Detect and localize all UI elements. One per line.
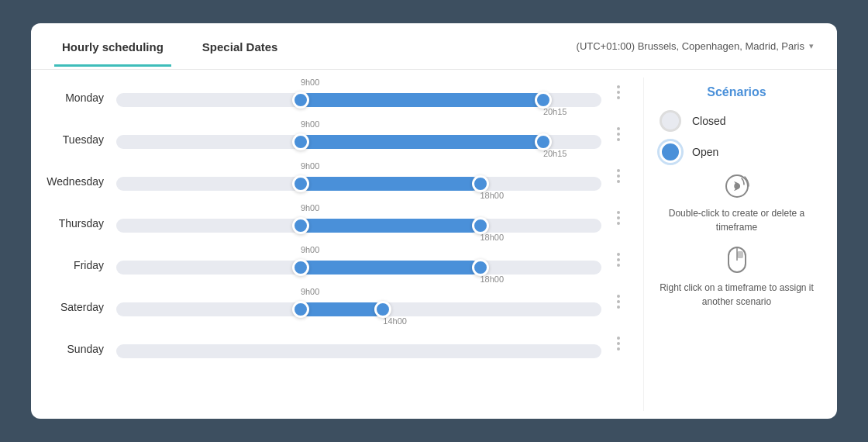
day-label: Wednesday bbox=[46, 175, 116, 188]
dot bbox=[617, 222, 620, 225]
svg-rect-4 bbox=[737, 251, 743, 258]
dots-menu[interactable] bbox=[609, 337, 628, 361]
dot bbox=[617, 264, 620, 267]
slider-container[interactable]: 9h0018h00 bbox=[116, 161, 601, 202]
dot bbox=[617, 306, 620, 309]
slider-track[interactable] bbox=[116, 135, 601, 149]
time-label-start: 9h00 bbox=[301, 78, 319, 87]
slider-container[interactable] bbox=[116, 329, 601, 369]
day-row: Thursday9h0018h00 bbox=[46, 203, 628, 243]
scenario-closed-dot bbox=[660, 110, 681, 132]
slider-track[interactable] bbox=[116, 93, 601, 107]
dot bbox=[617, 216, 620, 219]
scenario-closed: Closed bbox=[660, 110, 814, 132]
slider-track[interactable] bbox=[116, 302, 601, 316]
time-label-end: 14h00 bbox=[383, 316, 407, 326]
slider-container[interactable]: 9h0020h15 bbox=[116, 78, 601, 118]
slider-container[interactable]: 9h0020h15 bbox=[116, 119, 601, 160]
slider-fill bbox=[301, 261, 480, 275]
slider-fill bbox=[301, 135, 543, 149]
mouse-hint-icon bbox=[726, 245, 748, 278]
day-row: Monday9h0020h15 bbox=[46, 78, 628, 118]
dots-menu[interactable] bbox=[609, 211, 628, 236]
slider-handle-start[interactable] bbox=[292, 92, 309, 109]
dots-menu[interactable] bbox=[609, 253, 628, 278]
slider-container[interactable]: 9h0018h00 bbox=[116, 203, 601, 243]
tab-bar: Hourly scheduling Special Dates (UTC+01:… bbox=[31, 23, 837, 70]
timezone-label: (UTC+01:00) Brussels, Copenhagen, Madrid… bbox=[577, 40, 804, 52]
time-label-end: 20h15 bbox=[543, 149, 567, 158]
day-row: Saterday9h0014h00 bbox=[46, 287, 628, 327]
dot bbox=[617, 85, 620, 88]
dots-menu[interactable] bbox=[609, 169, 628, 194]
hint-section: Double-click to create or delete a timef… bbox=[660, 172, 814, 319]
day-row: Sunday bbox=[46, 329, 628, 369]
chevron-down-icon: ▾ bbox=[809, 41, 814, 51]
day-row: Friday9h0018h00 bbox=[46, 245, 628, 285]
slider-handle-start[interactable] bbox=[292, 133, 309, 150]
dot bbox=[617, 300, 620, 303]
slider-handle-end[interactable] bbox=[535, 92, 552, 109]
dot bbox=[617, 180, 620, 183]
slider-handle-end[interactable] bbox=[472, 175, 489, 192]
slider-handle-start[interactable] bbox=[292, 175, 309, 192]
time-label-start: 9h00 bbox=[301, 287, 319, 296]
main-content: Monday9h0020h15Tuesday9h0020h15Wednesday… bbox=[31, 70, 837, 419]
slider-handle-end[interactable] bbox=[472, 217, 489, 234]
time-label-start: 9h00 bbox=[301, 203, 319, 212]
time-label-start: 9h00 bbox=[301, 245, 319, 254]
day-row: Wednesday9h0018h00 bbox=[46, 161, 628, 202]
dots-menu[interactable] bbox=[609, 127, 628, 152]
dot bbox=[617, 342, 620, 345]
tab-special-dates[interactable]: Special Dates bbox=[195, 26, 286, 67]
time-label-end: 18h00 bbox=[480, 275, 505, 284]
day-label: Monday bbox=[46, 92, 116, 104]
scenarios-title: Scénarios bbox=[660, 85, 814, 99]
dot bbox=[617, 337, 620, 340]
slider-handle-start[interactable] bbox=[292, 301, 309, 318]
dot bbox=[617, 96, 620, 99]
scenario-open-label: Open bbox=[692, 146, 718, 158]
time-label-end: 18h00 bbox=[480, 233, 505, 242]
dot bbox=[617, 211, 620, 214]
slider-fill bbox=[301, 302, 383, 316]
slider-container[interactable]: 9h0018h00 bbox=[116, 245, 601, 285]
dot bbox=[617, 133, 620, 136]
slider-track[interactable] bbox=[116, 177, 601, 191]
day-label: Saterday bbox=[46, 301, 116, 313]
day-label: Friday bbox=[46, 259, 116, 271]
time-label-start: 9h00 bbox=[301, 161, 319, 171]
dots-menu[interactable] bbox=[609, 295, 628, 319]
dot bbox=[617, 138, 620, 141]
dot bbox=[617, 127, 620, 130]
sidebar: Scénarios Closed Open bbox=[643, 78, 822, 411]
dot bbox=[617, 258, 620, 261]
dot bbox=[617, 295, 620, 298]
dot bbox=[617, 253, 620, 256]
slider-track[interactable] bbox=[116, 344, 601, 358]
tab-hourly-scheduling[interactable]: Hourly scheduling bbox=[54, 26, 171, 67]
schedule-area: Monday9h0020h15Tuesday9h0020h15Wednesday… bbox=[46, 78, 643, 411]
dot bbox=[617, 347, 620, 350]
slider-fill bbox=[301, 219, 480, 233]
main-card: Hourly scheduling Special Dates (UTC+01:… bbox=[31, 23, 837, 419]
scenario-closed-label: Closed bbox=[692, 115, 726, 127]
slider-container[interactable]: 9h0014h00 bbox=[116, 287, 601, 327]
day-label: Thursday bbox=[46, 217, 116, 230]
dot bbox=[617, 91, 620, 94]
slider-handle-end[interactable] bbox=[472, 259, 489, 276]
slider-track[interactable] bbox=[116, 261, 601, 275]
slider-handle-end[interactable] bbox=[535, 133, 552, 150]
scenario-open: Open bbox=[660, 141, 814, 163]
slider-handle-end[interactable] bbox=[374, 301, 391, 318]
slider-track[interactable] bbox=[116, 219, 601, 233]
slider-handle-start[interactable] bbox=[292, 217, 309, 234]
timezone-selector[interactable]: (UTC+01:00) Brussels, Copenhagen, Madrid… bbox=[577, 40, 814, 52]
hint-rightclick-text: Right click on a timeframe to assign it … bbox=[660, 281, 814, 309]
slider-handle-start[interactable] bbox=[292, 259, 309, 276]
day-label: Sunday bbox=[46, 343, 116, 355]
dots-menu[interactable] bbox=[609, 85, 628, 110]
day-label: Tuesday bbox=[46, 133, 116, 146]
time-label-start: 9h00 bbox=[301, 119, 319, 129]
cursor-hint-icon bbox=[723, 172, 751, 203]
